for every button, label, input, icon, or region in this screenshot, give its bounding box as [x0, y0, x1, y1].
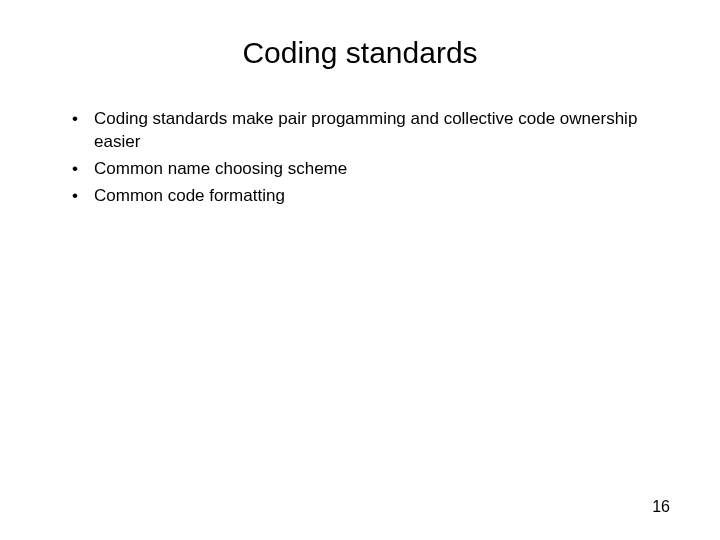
- slide-title: Coding standards: [50, 36, 670, 70]
- bullet-item: Common code formatting: [72, 185, 670, 208]
- bullet-item: Coding standards make pair progamming an…: [72, 108, 670, 154]
- bullet-list: Coding standards make pair progamming an…: [50, 108, 670, 208]
- page-number: 16: [652, 498, 670, 516]
- bullet-item: Common name choosing scheme: [72, 158, 670, 181]
- slide-container: Coding standards Coding standards make p…: [0, 0, 720, 540]
